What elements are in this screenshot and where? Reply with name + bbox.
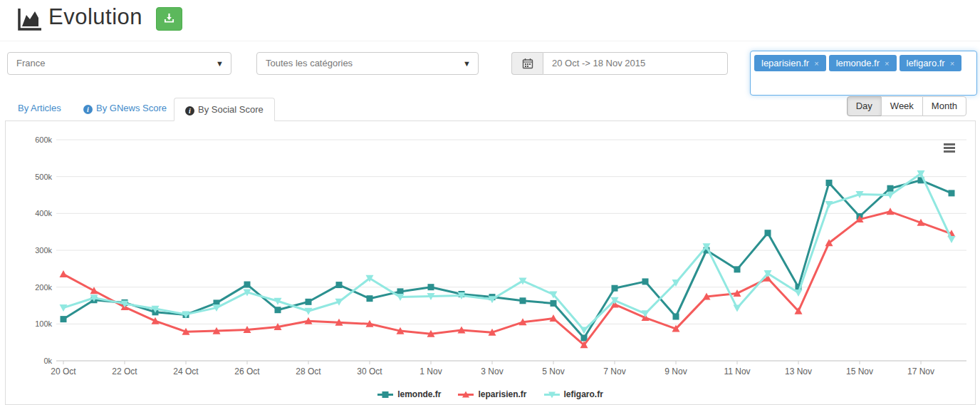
legend-marker-icon xyxy=(377,390,393,399)
legend-label: leparisien.fr xyxy=(478,389,526,399)
tab-by-articles[interactable]: By Articles xyxy=(18,103,61,113)
svg-text:1 Nov: 1 Nov xyxy=(419,366,442,376)
chart-panel: 0k100k200k300k400k500k600k20 Oct22 Oct24… xyxy=(5,121,976,405)
download-icon xyxy=(164,13,174,26)
site-tag[interactable]: lemonde.fr× xyxy=(829,55,897,71)
svg-text:26 Oct: 26 Oct xyxy=(234,366,260,376)
remove-tag-icon[interactable]: × xyxy=(885,59,889,68)
svg-text:17 Nov: 17 Nov xyxy=(907,366,934,376)
area-chart-icon xyxy=(16,6,43,36)
svg-text:30 Oct: 30 Oct xyxy=(357,366,382,376)
month-button[interactable]: Month xyxy=(922,96,966,116)
svg-text:400k: 400k xyxy=(35,209,52,217)
header-divider xyxy=(0,41,980,41)
svg-text:300k: 300k xyxy=(35,246,52,255)
series-lefigaro-fr xyxy=(60,170,956,334)
category-select-value: Toutes les catégories xyxy=(266,58,353,68)
page-header: Evolution xyxy=(0,0,980,41)
sites-tag-input[interactable]: leparisien.fr×lemonde.fr×lefigaro.fr× xyxy=(750,51,977,96)
category-select[interactable]: Toutes les catégories ▼ xyxy=(256,52,479,75)
svg-text:11 Nov: 11 Nov xyxy=(724,366,750,376)
day-button[interactable]: Day xyxy=(847,96,882,116)
svg-text:24 Oct: 24 Oct xyxy=(173,366,199,376)
svg-text:28 Oct: 28 Oct xyxy=(296,366,321,376)
legend-item[interactable]: lemonde.fr xyxy=(377,389,441,399)
svg-text:15 Nov: 15 Nov xyxy=(846,366,873,376)
info-icon: i xyxy=(185,106,194,116)
info-icon: i xyxy=(83,105,93,114)
calendar-icon xyxy=(511,52,543,75)
evolution-chart: 0k100k200k300k400k500k600k20 Oct22 Oct24… xyxy=(6,121,975,404)
date-range-input[interactable]: 20 Oct -> 18 Nov 2015 xyxy=(543,52,728,75)
remove-tag-icon[interactable]: × xyxy=(814,59,818,68)
series-lemonde-fr xyxy=(61,177,955,341)
granularity-button-group: Day Week Month xyxy=(847,96,966,116)
svg-text:500k: 500k xyxy=(35,173,52,181)
svg-text:7 Nov: 7 Nov xyxy=(603,366,625,376)
svg-text:5 Nov: 5 Nov xyxy=(542,366,564,376)
svg-text:100k: 100k xyxy=(35,319,52,328)
country-select-value: France xyxy=(16,58,45,68)
chevron-down-icon: ▼ xyxy=(463,53,471,74)
svg-text:200k: 200k xyxy=(35,283,52,292)
legend-marker-icon xyxy=(458,390,474,399)
svg-text:13 Nov: 13 Nov xyxy=(785,366,812,376)
svg-text:0k: 0k xyxy=(43,357,52,365)
legend-item[interactable]: leparisien.fr xyxy=(458,389,526,399)
week-button[interactable]: Week xyxy=(881,96,923,116)
legend-marker-icon xyxy=(544,390,560,399)
country-select[interactable]: France ▼ xyxy=(7,52,231,75)
tab-by-gnews-score[interactable]: iBy GNews Score xyxy=(83,103,167,114)
site-tag[interactable]: lefigaro.fr× xyxy=(900,55,962,71)
chart-export-menu-icon[interactable] xyxy=(944,143,955,154)
svg-text:9 Nov: 9 Nov xyxy=(664,366,687,376)
legend-item[interactable]: lefigaro.fr xyxy=(544,389,603,399)
svg-text:600k: 600k xyxy=(35,135,52,144)
date-range-group: 20 Oct -> 18 Nov 2015 xyxy=(511,52,728,75)
remove-tag-icon[interactable]: × xyxy=(950,59,954,68)
svg-text:3 Nov: 3 Nov xyxy=(481,366,503,376)
download-button[interactable] xyxy=(156,7,182,31)
tabs-bar: By Articles iBy GNews Score iBy Social S… xyxy=(5,93,976,121)
chart-legend: lemonde.frleparisien.frlefigaro.fr xyxy=(6,389,975,399)
tab-by-social-score[interactable]: iBy Social Score xyxy=(174,98,275,121)
svg-text:20 Oct: 20 Oct xyxy=(51,366,76,376)
chevron-down-icon: ▼ xyxy=(216,53,224,74)
page-title: Evolution xyxy=(48,4,142,30)
site-tag[interactable]: leparisien.fr× xyxy=(754,55,826,71)
legend-label: lefigaro.fr xyxy=(564,389,603,399)
svg-text:22 Oct: 22 Oct xyxy=(112,366,137,376)
legend-label: lemonde.fr xyxy=(397,389,441,399)
